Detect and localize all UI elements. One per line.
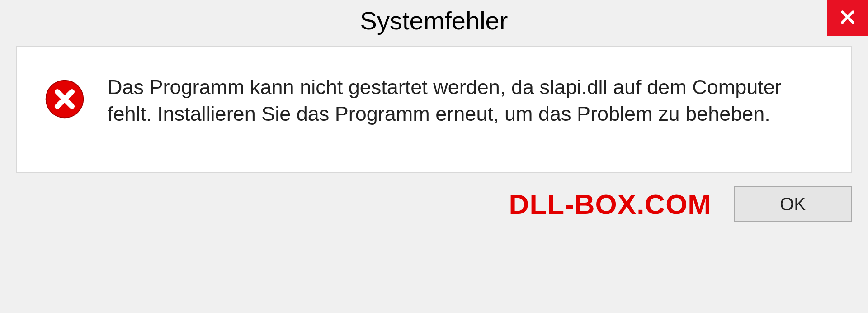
ok-button[interactable]: OK xyxy=(734,186,852,222)
watermark-text: DLL-BOX.COM xyxy=(509,188,712,220)
dialog-footer: DLL-BOX.COM OK xyxy=(0,186,868,233)
content-panel: Das Programm kann nicht gestartet werden… xyxy=(16,46,852,173)
close-icon xyxy=(839,8,857,28)
error-dialog: Systemfehler Das Programm kann nicht ges… xyxy=(0,0,868,313)
titlebar: Systemfehler xyxy=(0,0,868,41)
close-button[interactable] xyxy=(827,0,868,36)
error-icon xyxy=(44,79,85,119)
dialog-title: Systemfehler xyxy=(360,6,508,35)
error-message: Das Programm kann nicht gestartet werden… xyxy=(108,74,786,127)
